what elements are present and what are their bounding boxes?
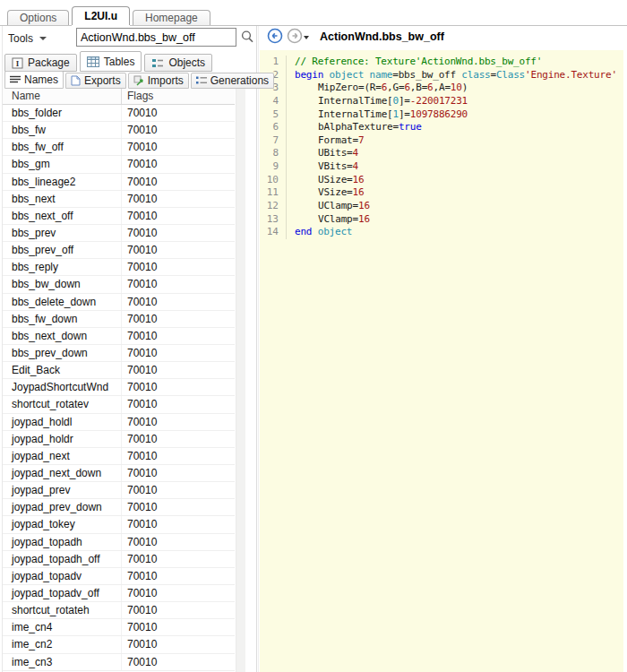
cell-flags: 70010 bbox=[122, 602, 157, 618]
tab-names[interactable]: Names bbox=[4, 71, 64, 89]
nav-history-dropdown[interactable] bbox=[304, 36, 309, 39]
line-number: 1 bbox=[260, 56, 287, 69]
line-number: 8 bbox=[260, 147, 287, 160]
tab-l2ui-u[interactable]: L2UI.u bbox=[72, 6, 130, 25]
table-row[interactable]: JoypadShortcutWnd70010 bbox=[3, 379, 235, 396]
code-text: Format=7 bbox=[287, 134, 364, 148]
table-row[interactable]: ime_cn470010 bbox=[3, 619, 235, 636]
panel-splitter[interactable] bbox=[256, 26, 257, 672]
tables-icon bbox=[87, 56, 99, 67]
table-row[interactable]: bbs_next_off70010 bbox=[3, 208, 235, 225]
table-row[interactable]: joypad_prev_down70010 bbox=[3, 499, 235, 516]
table-row[interactable]: joypad_prev70010 bbox=[3, 482, 235, 499]
line-number: 14 bbox=[260, 226, 287, 239]
table-row[interactable]: Edit_Back70010 bbox=[3, 362, 235, 379]
tab-options[interactable]: Options bbox=[7, 10, 69, 25]
table-row[interactable]: bbs_prev_off70010 bbox=[3, 242, 235, 259]
cell-name: bbs_prev_off bbox=[3, 242, 122, 258]
table-row[interactable]: bbs_gm70010 bbox=[3, 156, 235, 173]
cell-name: shortcut_rotateh bbox=[3, 602, 122, 618]
cell-name: joypad_topadv_off bbox=[3, 585, 122, 601]
view-tab-strip: I Package Tables Objects bbox=[4, 51, 212, 72]
cell-name: shortcut_rotatev bbox=[3, 396, 122, 412]
table-row[interactable]: joypad_holdl70010 bbox=[3, 414, 235, 431]
table-row[interactable]: bbs_prev_down70010 bbox=[3, 345, 235, 362]
nav-forward-button[interactable] bbox=[287, 28, 303, 44]
code-text: end object bbox=[287, 226, 352, 239]
table-row[interactable]: bbs_fw_off70010 bbox=[3, 139, 235, 156]
table-row[interactable]: bbs_reply70010 bbox=[3, 259, 235, 276]
document-title: ActionWnd.bbs_bw_off bbox=[320, 30, 444, 43]
tab-generations[interactable]: Generations bbox=[191, 73, 274, 89]
table-row[interactable]: bbs_delete_down70010 bbox=[3, 294, 235, 311]
cell-flags: 70010 bbox=[122, 379, 157, 395]
tools-dropdown-button[interactable]: Tools bbox=[8, 30, 47, 47]
table-row[interactable]: shortcut_rotateh70010 bbox=[3, 602, 235, 619]
svg-text:I: I bbox=[16, 59, 20, 68]
column-header-name[interactable]: Name bbox=[3, 89, 122, 104]
cell-flags: 70010 bbox=[122, 174, 157, 190]
table-row[interactable]: joypad_next_down70010 bbox=[3, 465, 235, 482]
table-row[interactable]: joypad_topadv_off70010 bbox=[3, 585, 235, 602]
nav-back-button[interactable] bbox=[267, 28, 283, 44]
search-input[interactable] bbox=[76, 28, 236, 47]
cell-flags: 70010 bbox=[122, 482, 157, 498]
tab-exports[interactable]: Exports bbox=[65, 73, 126, 89]
table-row[interactable]: bbs_bw_down70010 bbox=[3, 276, 235, 293]
code-text: USize=16 bbox=[287, 174, 364, 187]
table-row[interactable]: bbs_folder70010 bbox=[3, 105, 235, 122]
forward-icon bbox=[287, 28, 303, 44]
tab-tables[interactable]: Tables bbox=[80, 51, 142, 72]
cell-flags: 70010 bbox=[122, 362, 157, 378]
chevron-down-icon bbox=[39, 37, 47, 40]
table-row[interactable]: bbs_fw70010 bbox=[3, 122, 235, 139]
code-viewer: 1// Reference: Texture'ActionWnd.bbs_bw_… bbox=[260, 50, 623, 672]
names-table-scrollbar[interactable] bbox=[236, 89, 245, 672]
column-header-flags[interactable]: Flags bbox=[122, 89, 153, 104]
table-row[interactable]: joypad_topadh_off70010 bbox=[3, 551, 235, 568]
tab-package[interactable]: I Package bbox=[4, 54, 77, 72]
tab-imports[interactable]: Imports bbox=[128, 73, 189, 89]
line-number: 13 bbox=[260, 213, 287, 227]
table-row[interactable]: joypad_topadh70010 bbox=[3, 534, 235, 551]
table-row[interactable]: shortcut_rotatev70010 bbox=[3, 396, 235, 413]
cell-flags: 70010 bbox=[122, 276, 157, 292]
table-row[interactable]: joypad_holdr70010 bbox=[3, 431, 235, 448]
tab-homepage-label: Homepage bbox=[145, 12, 198, 24]
cell-flags: 70010 bbox=[122, 345, 157, 361]
generations-icon bbox=[196, 76, 207, 85]
cell-flags: 70010 bbox=[122, 499, 157, 515]
tab-homepage[interactable]: Homepage bbox=[133, 10, 210, 25]
tab-objects[interactable]: Objects bbox=[144, 54, 212, 72]
code-text: // Reference: Texture'ActionWnd.bbs_bw_o… bbox=[287, 56, 542, 69]
tab-options-label: Options bbox=[20, 12, 56, 24]
line-number: 6 bbox=[260, 121, 287, 134]
cell-name: JoypadShortcutWnd bbox=[3, 379, 122, 395]
search-button[interactable] bbox=[238, 30, 256, 46]
table-row[interactable]: bbs_next_down70010 bbox=[3, 328, 235, 345]
cell-flags: 70010 bbox=[122, 396, 157, 412]
package-icon: I bbox=[12, 57, 23, 69]
table-row[interactable]: ime_cn270010 bbox=[3, 636, 235, 653]
cell-flags: 70010 bbox=[122, 259, 157, 275]
line-number: 4 bbox=[260, 95, 287, 108]
cell-flags: 70010 bbox=[122, 156, 157, 172]
cell-name: bbs_delete_down bbox=[3, 294, 122, 310]
table-row[interactable]: bbs_next70010 bbox=[3, 191, 235, 208]
cell-flags: 70010 bbox=[122, 139, 157, 155]
table-row[interactable]: joypad_topadv70010 bbox=[3, 568, 235, 585]
line-number: 10 bbox=[260, 174, 287, 187]
table-row[interactable]: bbs_fw_down70010 bbox=[3, 311, 235, 328]
cell-name: bbs_prev_down bbox=[3, 345, 122, 361]
table-row[interactable]: bbs_prev70010 bbox=[3, 225, 235, 242]
code-text: bAlphaTexture=true bbox=[287, 121, 422, 134]
code-line: 11VSize=16 bbox=[260, 186, 623, 200]
table-row[interactable]: joypad_tokey70010 bbox=[3, 516, 235, 533]
cell-flags: 70010 bbox=[122, 465, 157, 481]
code-text: begin object name=bbs_bw_off class=Class… bbox=[287, 69, 617, 82]
table-row[interactable]: joypad_next70010 bbox=[3, 448, 235, 465]
cell-flags: 70010 bbox=[122, 431, 157, 447]
table-row[interactable]: bbs_lineage270010 bbox=[3, 174, 235, 191]
cell-name: joypad_prev_down bbox=[3, 499, 122, 515]
table-row[interactable]: ime_cn370010 bbox=[3, 654, 235, 671]
